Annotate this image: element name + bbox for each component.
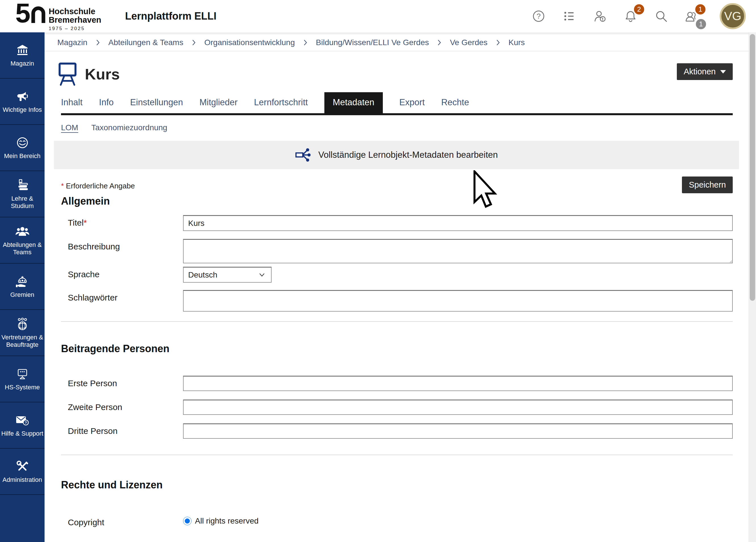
caret-down-icon	[720, 70, 726, 73]
zweite-person-input[interactable]	[183, 400, 733, 415]
dritte-person-input[interactable]	[183, 423, 733, 439]
people-group-icon	[15, 225, 30, 238]
page-title: Kurs	[85, 65, 120, 83]
hochschule-bremerhaven-logo: 5 Hochschule Bremerhaven 1975 – 2025	[15, 1, 101, 32]
chevron-right-icon	[437, 39, 441, 46]
dritte-person-label: Dritte Person	[61, 423, 183, 436]
smiley-icon	[16, 136, 29, 150]
main-area: Magazin Abteilungen & Teams Organisation…	[45, 32, 756, 542]
assembly-icon	[15, 275, 30, 288]
copyright-label: Copyright	[61, 515, 183, 527]
sidebar-item-administration[interactable]: Administration	[0, 449, 45, 495]
tab-metadaten[interactable]: Metadaten	[324, 92, 383, 113]
breadcrumb-item[interactable]: Bildung/Wissen/ELLI Ve Gerdes	[316, 38, 429, 47]
notifications-button[interactable]: 2	[623, 9, 638, 24]
help-icon: ?	[531, 9, 546, 24]
chevron-right-icon	[96, 39, 100, 46]
logo-line2: Bremerhaven	[49, 16, 101, 24]
globe-people-icon	[15, 317, 30, 331]
sidebar-item-wichtige-infos[interactable]: Wichtige Infos	[0, 79, 45, 125]
chevron-right-icon	[496, 39, 500, 46]
copyright-radio-label: All rights reserved	[195, 516, 259, 526]
mail-question-icon: ?	[15, 413, 30, 427]
edit-full-metadata-link[interactable]: Vollständige Lernobjekt-Metadaten bearbe…	[54, 141, 739, 169]
breadcrumb-item[interactable]: Ve Gerdes	[450, 38, 487, 47]
notifications-badge: 2	[634, 4, 644, 14]
contacts-badge-bottom: 1	[696, 19, 706, 29]
svg-text:?: ?	[537, 12, 541, 20]
save-button[interactable]: Speichern	[682, 177, 733, 193]
logo-50-text: 5	[15, 1, 29, 25]
tab-mitglieder[interactable]: Mitglieder	[199, 92, 238, 113]
awareness-button[interactable]	[593, 9, 607, 24]
todo-list-button[interactable]	[562, 9, 577, 24]
subtab-lom[interactable]: LOM	[61, 123, 78, 132]
copyright-radio-all-rights-reserved[interactable]	[183, 517, 192, 525]
beschreibung-textarea[interactable]	[183, 239, 733, 263]
sidebar-item-hilfe-support[interactable]: ? Hilfe & Support	[0, 402, 45, 449]
svg-text:?: ?	[25, 421, 27, 425]
banner-label: Vollständige Lernobjekt-Metadaten bearbe…	[318, 150, 498, 160]
tab-rechte[interactable]: Rechte	[441, 92, 469, 113]
scrollbar-track[interactable]	[749, 32, 756, 542]
sidebar-item-gremien[interactable]: Gremien	[0, 264, 45, 310]
sprache-select[interactable]: Deutsch	[183, 267, 272, 283]
tab-lernfortschritt[interactable]: Lernfortschritt	[254, 92, 308, 113]
user-avatar[interactable]: VG	[720, 3, 746, 29]
tab-bar: Inhalt Info Einstellungen Mitglieder Ler…	[61, 92, 733, 115]
breadcrumb-item[interactable]: Magazin	[57, 38, 87, 47]
required-note: * Erforderliche Angabe	[61, 182, 135, 190]
top-bar: 5 Hochschule Bremerhaven 1975 – 2025 Ler…	[0, 0, 756, 32]
titel-label: Titel*	[61, 215, 183, 228]
monitor-icon	[15, 367, 30, 381]
tools-icon	[16, 460, 29, 473]
chevron-right-icon	[192, 39, 196, 46]
section-divider	[61, 455, 733, 455]
scrollbar-thumb[interactable]	[750, 34, 755, 301]
erste-person-input[interactable]	[183, 376, 733, 391]
sidebar-item-hs-systeme[interactable]: HS-Systeme	[0, 356, 45, 402]
help-button[interactable]: ?	[531, 9, 546, 24]
tab-export[interactable]: Export	[399, 92, 425, 113]
breadcrumb-item[interactable]: Organisationsentwicklung	[204, 38, 295, 47]
list-icon	[562, 9, 577, 24]
main-sidebar: Magazin Wichtige Infos Mein Bereich Lehr…	[0, 32, 45, 542]
section-heading-allgemein: Allgemein	[61, 195, 733, 207]
erste-person-label: Erste Person	[61, 376, 183, 388]
section-divider	[61, 321, 733, 322]
megaphone-icon	[15, 90, 30, 103]
tab-inhalt[interactable]: Inhalt	[61, 92, 83, 113]
sidebar-item-abteilungen-teams[interactable]: Abteilungen & Teams	[0, 217, 45, 264]
breadcrumb-item[interactable]: Kurs	[509, 38, 525, 47]
page-header: Kurs Aktionen	[45, 51, 749, 86]
sidebar-item-mein-bereich[interactable]: Mein Bereich	[0, 125, 45, 171]
sprache-label: Sprache	[61, 267, 183, 279]
sidebar-item-magazin[interactable]: Magazin	[0, 32, 45, 79]
app-title: Lernplattform ELLI	[125, 10, 217, 22]
titel-input[interactable]	[183, 215, 733, 231]
books-icon	[15, 178, 30, 192]
subtab-taxonomiezuordnung[interactable]: Taxonomiezuordnung	[91, 123, 167, 132]
actions-button[interactable]: Aktionen	[677, 63, 733, 80]
beschreibung-label: Beschreibung	[61, 239, 183, 251]
schlagwoerter-label: Schlagwörter	[61, 290, 183, 302]
share-network-icon	[295, 147, 312, 163]
bank-icon	[16, 43, 29, 57]
sidebar-item-vertretungen[interactable]: Vertretungen & Beauftragte	[0, 310, 45, 356]
sidebar-item-lehre-studium[interactable]: Lehre & Studium	[0, 171, 45, 217]
breadcrumb-item[interactable]: Abteilungen & Teams	[108, 38, 183, 47]
person-alert-icon	[593, 9, 607, 24]
search-button[interactable]	[654, 9, 669, 24]
search-icon	[654, 9, 669, 24]
schlagwoerter-input[interactable]	[183, 290, 733, 312]
course-easel-icon	[58, 62, 77, 86]
contacts-button[interactable]: 1 1	[684, 9, 699, 24]
section-heading-rechte: Rechte und Lizenzen	[61, 479, 733, 491]
section-heading-beitragende: Beitragende Personen	[61, 343, 733, 355]
chevron-right-icon	[303, 39, 307, 46]
metadata-form: * Erforderliche Angabe Speichern Allgeme…	[45, 177, 749, 536]
tab-info[interactable]: Info	[99, 92, 114, 113]
sub-tab-bar: LOM Taxonomiezuordnung	[45, 115, 749, 132]
logo-line1: Hochschule	[49, 7, 101, 16]
tab-einstellungen[interactable]: Einstellungen	[130, 92, 183, 113]
